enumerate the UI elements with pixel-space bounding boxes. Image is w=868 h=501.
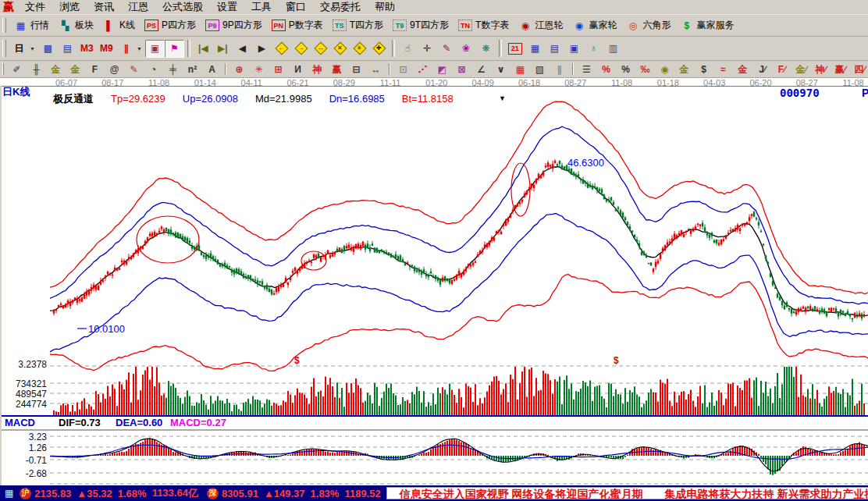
tool-f-angle[interactable]: F∕ [772,62,792,76]
tool-j-angle[interactable]: J∕ [752,62,772,76]
menu-window[interactable]: 窗口 [279,1,313,12]
tool-price-digits[interactable]: ☰ [577,62,596,76]
tool-circle-cross[interactable]: ⊕ [229,62,249,76]
stock-code[interactable]: 000970 [780,87,820,99]
btn-p-square[interactable]: PSP四方形 [140,17,201,34]
tool-gold-angle[interactable]: 金 [733,62,752,76]
tool-width-measure[interactable]: ↔ [366,62,386,76]
sz-index-quote[interactable]: 深 8305.91 ▲149.37 1.83% 1189.52 [204,488,386,499]
tool-calculator[interactable]: ▦ [525,40,545,58]
tool-ying-box[interactable]: 赢 [327,62,347,76]
tool-next-page[interactable]: ▶ [252,40,272,58]
tool-period-day[interactable]: 日▼ [9,40,38,58]
tool-web-box[interactable]: ⊞ [269,62,288,76]
tool-gold-line[interactable]: 金 [674,62,694,76]
tool-ruler-tool[interactable]: ╫ [27,62,46,76]
tool-candle-style[interactable]: ∥▼ [116,40,145,58]
tool-percent-gold[interactable]: ‰ [635,62,655,76]
btn-quotes[interactable]: ▦行情 [9,17,54,34]
tool-diamond-left[interactable]: ← [272,40,291,58]
tool-flag-marker[interactable]: ⚑ [165,40,184,58]
news-ticker[interactable]: 信息安全进入国家视野 网络设备将迎国产化蜜月期 集成电路将获大力扶持 新兴需求助… [386,487,868,499]
tool-first-page[interactable]: |◀ [194,40,213,58]
tool-ying-angle[interactable]: 赢∕ [831,62,850,76]
tool-prev-page[interactable]: ◀ [233,40,252,58]
tool-wave-9[interactable]: M9 [97,40,116,58]
menu-file[interactable]: 文件 [18,1,52,12]
tool-diamond-right[interactable]: → [291,40,311,58]
tool-crosshair[interactable]: ✛ [418,40,437,58]
menu-browse[interactable]: 浏览 [52,1,87,12]
tool-last-page[interactable]: ▶| [213,40,233,58]
tool-circle-spiral[interactable]: ◔ [144,62,163,76]
tool-knife-tool[interactable]: ✐ [7,62,27,76]
macd-title[interactable]: MACD [5,417,35,428]
menu-settings[interactable]: 设置 [210,1,244,12]
btn-winner-wheel[interactable]: ◉赢家轮 [567,17,621,34]
chart-region[interactable]: 日K线 极反通道Tp=29.6239Up=26.0908Md=21.9985Dn… [0,86,868,485]
tool-pc-export[interactable]: ▥ [603,40,623,58]
indicator-name[interactable]: 极反通道 [53,93,94,105]
tool-spiral-tool[interactable]: @ [105,62,124,76]
btn-p-number-table[interactable]: PNP数字表 [267,17,328,34]
tool-axis-grid[interactable]: ▧ [530,62,550,76]
tool-angle-line[interactable]: ∠ [471,62,491,76]
tool-f-ruler[interactable]: F [85,62,105,76]
tool-notes[interactable]: ▤ [545,40,564,58]
tool-shen-angle[interactable]: 神∕ [811,62,831,76]
tool-diamond-expand[interactable]: ↔ [311,40,330,58]
tool-grid-box[interactable]: ▦ [510,62,530,76]
btn-9t-square[interactable]: T99T四方形 [388,17,454,34]
tool-parallel-lines[interactable]: ∥ [550,62,569,76]
tool-web-export[interactable]: ♁ [584,40,603,58]
tool-diamond-close[interactable]: ✕ [330,40,350,58]
btn-gann-wheel[interactable]: ◉江恩轮 [514,17,567,34]
tool-text-tool[interactable]: A [202,62,222,76]
menu-help[interactable]: 帮助 [368,1,402,12]
tool-fan-box[interactable]: ◩ [432,62,452,76]
menu-formula-pick[interactable]: 公式选股 [155,1,210,12]
tool-n2-ruler[interactable]: n² [183,62,202,76]
candle-style-dropdown-icon[interactable]: ▼ [137,46,142,52]
menu-tools[interactable]: 工具 [244,1,279,12]
tool-save[interactable]: ▣ [564,40,584,58]
tool-fan-lines[interactable]: ⋰ [413,62,432,76]
sh-index-quote[interactable]: 沪 2135.83 ▲35.32 1.68% 1133.64亿 [16,486,204,500]
tool-main-chart-mode[interactable]: ▩ [38,40,58,58]
tool-ruler-123[interactable]: ⊟ [347,62,366,76]
menu-gann[interactable]: 江恩 [121,1,155,12]
tool-web-square[interactable]: ⊠ [452,62,471,76]
tool-wave-gauge[interactable]: ≈ [713,62,733,76]
btn-9p-square[interactable]: P99P四方形 [201,17,267,34]
tool-shen-box[interactable]: 神 [308,62,327,76]
tool-star-web[interactable]: ✳ [249,62,269,76]
tool-gold-circle[interactable]: ◉ [655,62,674,76]
tool-pen-ruler[interactable]: ✎ [124,62,144,76]
tool-tick-ruler[interactable]: ╪ [163,62,183,76]
btn-kline[interactable]: ▌K线 [98,17,140,34]
tool-diamond-plus[interactable]: ✚ [369,40,389,58]
tool-wave-3[interactable]: M3 [77,40,97,58]
menu-trade[interactable]: 交易委托 [313,1,368,12]
tool-v-line[interactable]: ∨ [491,62,510,76]
tool-gann-box-tool[interactable]: ▣ [145,40,165,58]
tool-gold-angle-2[interactable]: 金∕ [792,62,811,76]
period-day-dropdown-icon[interactable]: ▼ [30,46,35,52]
tool-mark-tool[interactable]: ✎ [437,40,457,58]
tool-drag-hand[interactable]: ☝ [398,40,418,58]
btn-sectors[interactable]: ▚板块 [54,17,98,34]
tool-flower-tool[interactable]: ❀ [457,40,476,58]
tool-percent[interactable]: % [616,62,635,76]
btn-hexagon[interactable]: ◎六角形 [621,17,675,34]
tool-diamond-star[interactable]: ✳ [350,40,369,58]
tool-gold-ruler-2[interactable]: 金 [66,62,85,76]
btn-t-square[interactable]: TST四方形 [328,17,388,34]
tool-net-tool[interactable]: ❋ [476,40,496,58]
menu-news[interactable]: 资讯 [87,1,121,12]
btn-winner-service[interactable]: $赢家服务 [675,17,738,34]
tool-n-wave[interactable]: И [288,62,308,76]
tool-f10-info[interactable]: ▤ [58,40,77,58]
tool-calendar[interactable]: 21 [505,40,525,58]
tool-percent-line[interactable]: % [596,62,616,76]
tool-money-flow[interactable]: $ [694,62,713,76]
